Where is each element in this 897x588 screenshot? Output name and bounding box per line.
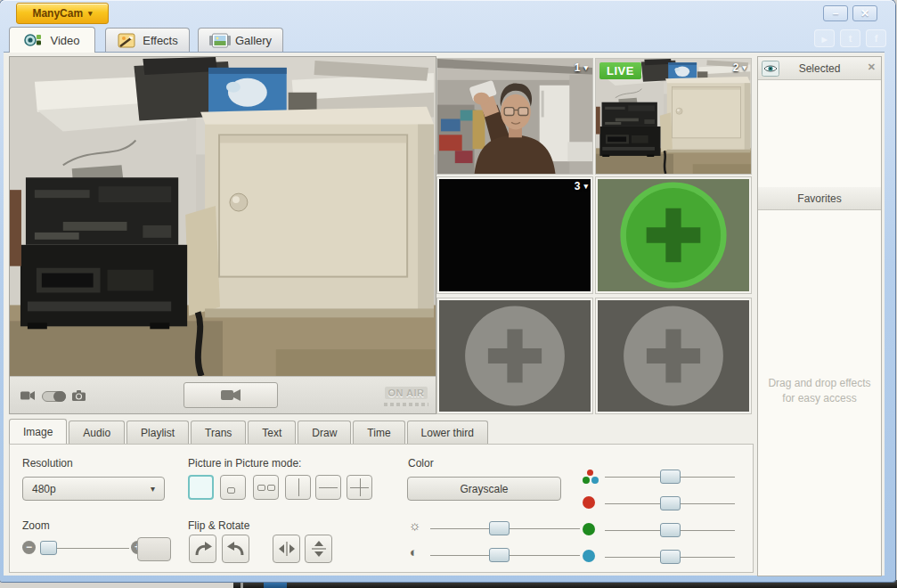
tab-image[interactable]: Image bbox=[9, 419, 67, 444]
brightness-slider-thumb[interactable] bbox=[489, 521, 510, 535]
source-thumbnail-2[interactable]: LIVE 2 ▾ bbox=[595, 58, 752, 175]
chevron-down-icon: ▾ bbox=[742, 63, 746, 72]
thumbnail-menu[interactable]: 1 ▾ bbox=[575, 61, 588, 74]
contrast-slider[interactable] bbox=[430, 548, 580, 562]
gallery-icon bbox=[209, 33, 229, 48]
person-webcam-scene bbox=[437, 59, 592, 174]
effects-side-panel: Selected ✕ Favorites Drag and drop effec… bbox=[757, 56, 882, 576]
youtube-button[interactable]: ▶ bbox=[814, 29, 835, 47]
resolution-select[interactable]: 480p ▾ bbox=[22, 477, 165, 501]
pip-overlay-icon bbox=[227, 487, 235, 494]
thumbnail-menu[interactable]: 3 ▾ bbox=[575, 180, 588, 192]
favorites-section-header[interactable]: Favorites bbox=[758, 187, 881, 210]
contrast-slider-thumb[interactable] bbox=[489, 548, 510, 562]
video-camera-icon[interactable] bbox=[20, 388, 36, 404]
tab-draw[interactable]: Draw bbox=[298, 421, 351, 444]
rotate-right-button[interactable] bbox=[189, 535, 216, 563]
tab-effects-label: Effects bbox=[143, 34, 178, 47]
rgb-master-slider-thumb[interactable] bbox=[660, 470, 681, 484]
photo-camera-icon[interactable] bbox=[72, 388, 86, 404]
chevron-down-icon: ▾ bbox=[583, 63, 588, 72]
tab-video[interactable]: Video bbox=[9, 27, 95, 53]
zoom-slider-thumb[interactable] bbox=[40, 541, 57, 555]
source-thumbnail-1[interactable]: 1 ▾ bbox=[436, 58, 593, 175]
horizontal-split-icon bbox=[319, 487, 338, 488]
zoom-label: Zoom bbox=[22, 519, 50, 532]
thumbnail-number: 1 bbox=[575, 61, 581, 74]
flip-vertical-button[interactable] bbox=[305, 535, 332, 563]
selected-title: Selected bbox=[799, 62, 841, 75]
pip-mode-small-overlay-button[interactable] bbox=[220, 475, 246, 500]
magic-wand-icon bbox=[117, 33, 136, 48]
pip-mode-quad-button[interactable] bbox=[347, 475, 372, 500]
pip-overlay-icon bbox=[257, 485, 265, 491]
zoom-out-button[interactable]: − bbox=[22, 541, 36, 554]
source-thumbnail-6-add[interactable] bbox=[595, 298, 752, 414]
color-label: Color bbox=[408, 457, 434, 470]
thumbnail-number: 3 bbox=[575, 180, 581, 192]
camera-photo-toggle[interactable] bbox=[42, 391, 66, 402]
source-thumbnail-4-add[interactable] bbox=[595, 176, 752, 294]
window-controls: – ✕ bbox=[823, 5, 877, 21]
red-slider[interactable] bbox=[605, 496, 735, 510]
image-settings-panel: Resolution 480p ▾ Zoom − + Picture in Pi… bbox=[9, 444, 754, 573]
rotate-left-button[interactable] bbox=[222, 535, 249, 563]
tab-gallery-label: Gallery bbox=[235, 34, 272, 47]
blue-slider[interactable] bbox=[605, 550, 735, 564]
tab-effects[interactable]: Effects bbox=[105, 28, 190, 53]
green-slider[interactable] bbox=[605, 523, 735, 537]
zoom-slider[interactable] bbox=[40, 541, 129, 555]
pip-mode-split-horizontal-button[interactable] bbox=[315, 475, 341, 500]
close-panel-icon[interactable]: ✕ bbox=[868, 61, 876, 73]
manycam-menu-button[interactable]: ManyCam ▾ bbox=[16, 3, 109, 24]
facebook-button[interactable]: f bbox=[866, 29, 886, 47]
tab-video-label: Video bbox=[50, 34, 79, 47]
pip-mode-dual-overlay-button[interactable] bbox=[253, 475, 279, 500]
twitter-icon: t bbox=[849, 33, 852, 44]
rgb-master-slider[interactable] bbox=[605, 470, 735, 484]
main-video-preview[interactable] bbox=[10, 57, 436, 376]
screen: ManyCam ▾ – ✕ ▶ t f Video bbox=[0, 0, 897, 588]
horizontal-split-icon bbox=[350, 487, 369, 488]
tab-audio[interactable]: Audio bbox=[69, 421, 125, 444]
minimize-button[interactable]: – bbox=[823, 5, 848, 21]
tab-lower-third[interactable]: Lower third bbox=[407, 421, 488, 444]
snapshot-record-button[interactable] bbox=[183, 382, 278, 408]
settings-tabs: Image Audio Playlist Trans Text Draw Tim… bbox=[9, 420, 490, 444]
main-preview-box: ON AIR bbox=[9, 56, 436, 414]
pip-mode-single-button[interactable] bbox=[188, 475, 214, 500]
source-thumbnail-3[interactable]: 3 ▾ bbox=[436, 176, 593, 294]
brightness-slider[interactable] bbox=[430, 521, 580, 535]
content-area: ON AIR bbox=[4, 52, 885, 576]
webcam-icon bbox=[24, 33, 44, 48]
blue-slider-thumb[interactable] bbox=[660, 550, 681, 564]
pip-mode-label: Picture in Picture mode: bbox=[188, 457, 301, 470]
manycam-window: ManyCam ▾ – ✕ ▶ t f Video bbox=[0, 0, 895, 582]
resolution-label: Resolution bbox=[22, 457, 73, 470]
tab-trans[interactable]: Trans bbox=[191, 421, 246, 444]
zoom-preset-button[interactable] bbox=[137, 537, 171, 561]
tab-playlist[interactable]: Playlist bbox=[126, 421, 189, 444]
red-slider-thumb[interactable] bbox=[660, 496, 681, 510]
tab-gallery[interactable]: Gallery bbox=[198, 28, 283, 53]
pip-mode-split-vertical-button[interactable] bbox=[285, 475, 311, 500]
flip-horizontal-button[interactable] bbox=[273, 535, 300, 563]
selected-section-header[interactable]: Selected ✕ bbox=[758, 57, 881, 80]
chevron-down-icon: ▾ bbox=[151, 484, 155, 494]
thumbnail-menu[interactable]: 2 ▾ bbox=[733, 61, 746, 74]
tab-text[interactable]: Text bbox=[248, 421, 296, 444]
source-thumbnail-5-add[interactable] bbox=[436, 298, 593, 414]
rotate-left-icon bbox=[226, 539, 246, 559]
green-channel-icon bbox=[583, 523, 595, 535]
brightness-icon: ☼ bbox=[409, 518, 421, 533]
green-slider-thumb[interactable] bbox=[660, 523, 681, 537]
twitter-button[interactable]: t bbox=[840, 29, 860, 47]
grayscale-button[interactable]: Grayscale bbox=[407, 477, 561, 501]
close-button[interactable]: ✕ bbox=[852, 5, 877, 21]
toggle-knob bbox=[53, 391, 66, 402]
video-camera-icon bbox=[220, 388, 241, 402]
pip-overlay-icon bbox=[267, 485, 275, 491]
tab-time[interactable]: Time bbox=[353, 421, 404, 444]
red-channel-icon bbox=[583, 496, 595, 509]
on-air-label: ON AIR bbox=[385, 387, 427, 399]
